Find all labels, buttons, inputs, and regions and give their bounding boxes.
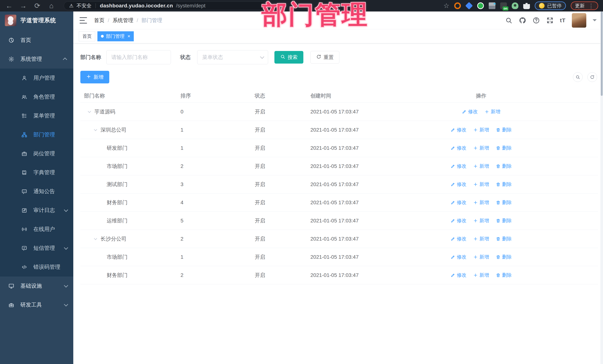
add-action-link[interactable]: 新增 <box>473 145 489 151</box>
action-label: 删除 <box>502 181 512 188</box>
delete-action-link[interactable]: 删除 <box>496 145 512 151</box>
sidebar-item-briefcase[interactable]: 岗位管理 <box>0 144 73 163</box>
browser-menu-icon[interactable]: ⋮ <box>588 3 594 9</box>
fullscreen-icon[interactable] <box>546 17 554 24</box>
sidebar-item-gear[interactable]: 系统管理 <box>0 50 73 69</box>
sidebar-item-monitor[interactable]: 基础设施 <box>0 276 73 295</box>
avatar-caret-down-icon[interactable] <box>593 19 597 23</box>
tab-item[interactable]: 首页 <box>79 31 95 41</box>
add-action-link[interactable]: 新增 <box>473 254 489 260</box>
add-action-link[interactable]: 新增 <box>473 199 489 206</box>
extension-icon[interactable] <box>500 2 507 9</box>
add-action-link[interactable]: 新增 <box>473 272 489 278</box>
sidebar-item-org-tree[interactable]: 部门管理 <box>0 125 73 144</box>
created-time-cell: 2021-01-05 17:03:47 <box>307 163 411 169</box>
dept-name-input[interactable] <box>106 50 171 64</box>
help-icon[interactable] <box>533 17 540 24</box>
delete-icon <box>496 218 500 223</box>
delete-action-link[interactable]: 删除 <box>496 199 512 206</box>
action-label: 修改 <box>457 127 466 133</box>
reset-button[interactable]: 重置 <box>310 51 339 64</box>
sidebar-item-online[interactable]: 在线用户 <box>0 220 73 239</box>
add-action-link[interactable]: 新增 <box>485 109 500 115</box>
toolbox-icon <box>8 302 14 308</box>
scrollbar-thumb[interactable] <box>601 11 603 96</box>
edit-action-link[interactable]: 修改 <box>451 254 466 260</box>
edit-action-link[interactable]: 修改 <box>451 145 466 151</box>
edit-icon <box>451 200 455 205</box>
delete-action-link[interactable]: 删除 <box>496 181 512 188</box>
app-logo-row[interactable]: 芋道管理系统 <box>0 11 73 29</box>
breadcrumb-item[interactable]: 系统管理 <box>113 17 133 24</box>
extension-icon[interactable] <box>454 2 461 9</box>
delete-action-link[interactable]: 删除 <box>496 217 512 224</box>
refresh-table-button[interactable] <box>587 72 597 82</box>
edit-action-link[interactable]: 修改 <box>451 217 466 224</box>
expand-row-icon[interactable] <box>94 129 101 131</box>
sidebar-item-menu-list[interactable]: 菜单管理 <box>0 106 73 125</box>
add-action-link[interactable]: 新增 <box>473 181 489 188</box>
font-size-icon[interactable]: tT <box>560 17 566 23</box>
edit-action-link[interactable]: 修改 <box>451 272 466 278</box>
delete-action-link[interactable]: 删除 <box>496 236 512 242</box>
plus-icon <box>473 236 478 241</box>
browser-back-button[interactable]: ← <box>5 2 13 9</box>
security-label[interactable]: 不安全 <box>76 2 92 9</box>
delete-icon <box>496 164 500 169</box>
edit-action-link[interactable]: 修改 <box>451 181 466 188</box>
sidebar-item-code[interactable]: 错误码管理 <box>0 258 73 276</box>
close-tab-icon[interactable]: × <box>128 33 130 39</box>
edit-action-link[interactable]: 修改 <box>451 236 466 242</box>
hamburger-icon[interactable] <box>80 17 87 23</box>
sidebar-item-megaphone[interactable]: 通知公告 <box>0 182 73 201</box>
add-action-link[interactable]: 新增 <box>473 163 489 169</box>
sidebar-item-toolbox[interactable]: 研发工具 <box>0 295 73 314</box>
sidebar-item-book[interactable]: 字典管理 <box>0 163 73 182</box>
add-button[interactable]: 新增 <box>80 71 109 83</box>
expand-row-icon[interactable] <box>94 238 101 240</box>
address-bar[interactable]: ⚠ 不安全 dashboard.yudao.iocoder.cn/system/… <box>64 1 266 10</box>
edit-action-link[interactable]: 修改 <box>462 109 478 115</box>
add-action-link[interactable]: 新增 <box>473 127 489 133</box>
edit-action-link[interactable]: 修改 <box>451 127 466 133</box>
edit-action-link[interactable]: 修改 <box>451 163 466 169</box>
edit-action-link[interactable]: 修改 <box>451 199 466 206</box>
delete-action-link[interactable]: 删除 <box>496 272 512 278</box>
add-action-link[interactable]: 新增 <box>473 236 489 242</box>
browser-update-button[interactable]: 更新 ⋮ <box>571 1 598 10</box>
bookmark-star-icon[interactable]: ☆ <box>443 2 449 10</box>
user-avatar[interactable] <box>572 13 586 28</box>
tab-active[interactable]: 部门管理× <box>97 31 134 41</box>
search-icon[interactable] <box>505 17 512 24</box>
browser-forward-button[interactable]: → <box>19 2 27 9</box>
search-button[interactable]: 搜索 <box>274 51 303 64</box>
extension-icon[interactable] <box>465 2 473 10</box>
breadcrumb-item[interactable]: 首页 <box>94 17 104 24</box>
extension-icon[interactable] <box>477 2 484 9</box>
action-label: 修改 <box>457 199 466 206</box>
delete-action-link[interactable]: 删除 <box>496 127 512 133</box>
delete-action-link[interactable]: 删除 <box>496 254 512 260</box>
expand-row-icon[interactable] <box>88 111 94 113</box>
toggle-search-button[interactable] <box>573 72 583 82</box>
delete-action-link[interactable]: 删除 <box>496 163 512 169</box>
sidebar-item-user[interactable]: 用户管理 <box>0 69 73 88</box>
extension-icon[interactable] <box>512 2 518 9</box>
extensions-puzzle-icon[interactable] <box>523 2 530 9</box>
sidebar-item-sms[interactable]: 短信管理 <box>0 239 73 258</box>
sidebar-item-dashboard[interactable]: 首页 <box>0 31 73 50</box>
sidebar-item-audit-log[interactable]: 审计日志 <box>0 201 73 220</box>
add-action-link[interactable]: 新增 <box>473 217 489 224</box>
browser-profile-chip[interactable]: 已暂停 <box>535 1 566 10</box>
page-scrollbar[interactable] <box>600 11 603 364</box>
extension-icon[interactable] <box>489 2 495 9</box>
status-select[interactable]: 菜单状态 <box>197 50 268 64</box>
column-header: 排序 <box>177 92 251 99</box>
dept-name-cell: 财务部门 <box>107 272 128 279</box>
github-icon[interactable] <box>519 17 526 24</box>
chevron-down-icon <box>64 283 68 288</box>
sort-cell: 3 <box>177 181 251 187</box>
browser-home-button[interactable]: ⌂ <box>47 2 56 9</box>
browser-reload-button[interactable]: ⟳ <box>33 2 42 9</box>
sidebar-item-users[interactable]: 角色管理 <box>0 88 73 106</box>
